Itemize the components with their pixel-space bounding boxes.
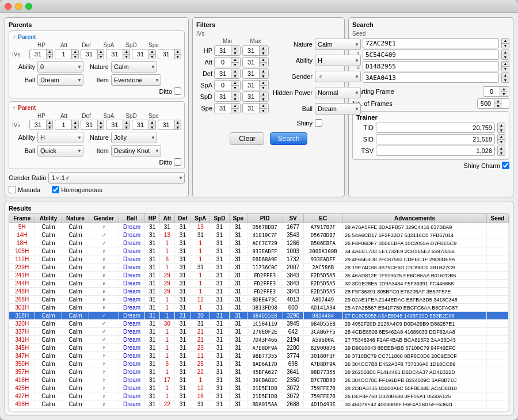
filter-gender-select[interactable]: ♂♀Any [315,71,361,82]
filter-spe-max[interactable]: ▲▼ [242,103,269,113]
female-ditto-checkbox[interactable] [174,158,181,166]
search-button[interactable]: Search [270,132,307,145]
filter-att-min[interactable]: ▲▼ [214,57,241,67]
homogeneous-checkbox-label[interactable]: Homogeneous [52,186,102,193]
tid-input[interactable] [376,123,495,133]
male-spe-spinner[interactable]: ▲▼ [158,49,182,59]
table-row[interactable]: 427H Calm Calm ♀ Dream 31 1 31 16 31 31 … [9,392,509,400]
male-spa-spinner[interactable]: ▲▼ [106,49,130,59]
filter-spe-min[interactable]: ▲▼ [214,103,241,113]
female-spe-spinner[interactable]: ▲▼ [158,120,182,130]
male-ability-select-wrap[interactable]: 01H ▼ [37,61,83,72]
tsv-input[interactable] [376,146,495,156]
table-row[interactable]: 18H Calm Calm ♂ Dream 31 1 31 1 31 31 AC… [9,239,509,247]
male-item-select[interactable]: EverstoneDestiny Knot [111,74,161,86]
table-row[interactable]: 244H Calm Calm ♀ Dream 31 29 31 1 31 31 … [9,280,509,288]
tsv-spinner[interactable]: ▲▼ [497,146,505,156]
female-ability-select-wrap[interactable]: H01 ▼ [37,132,83,143]
seed-input-2[interactable] [363,61,499,71]
female-nature-select[interactable]: JollyCalm [111,132,157,143]
filter-spd-min[interactable]: ▲▼ [214,91,241,102]
filter-hp-min[interactable]: ▲▼ [214,45,241,56]
homogeneous-checkbox[interactable] [52,186,59,193]
male-att-spinner[interactable]: ▲▼ [55,49,79,59]
maximize-button[interactable] [25,3,32,10]
filter-def-min[interactable]: ▲▼ [214,68,241,79]
male-ball-select-wrap[interactable]: DreamQuick ▼ [37,74,83,86]
filter-nature-select-wrap[interactable]: CalmJollyAny ▼ [315,39,361,50]
filter-hp-type-select[interactable]: NormalFireWater [315,87,361,98]
table-row[interactable]: 5H Calm Calm ♀ Dream 31 31 31 13 31 31 D… [9,223,509,231]
filter-spd-max[interactable]: ▲▼ [242,91,269,102]
table-row[interactable]: 241H Calm Calm ♀ Dream 31 29 31 1 31 31 … [9,272,509,280]
filter-def-max[interactable]: ▲▼ [242,68,269,79]
tid-spinner[interactable]: ▲▼ [497,123,505,133]
female-item-select[interactable]: Destiny KnotEverstone [111,145,161,156]
masuda-checkbox-label[interactable]: Masuda [9,186,40,193]
table-row[interactable]: 14H Calm Calm ♂ Dream 31 13 31 31 31 31 … [9,231,509,239]
female-nature-select-wrap[interactable]: JollyCalm ▼ [111,132,157,143]
male-ditto-checkbox[interactable] [174,87,181,95]
clear-button[interactable]: Clear [230,132,264,145]
female-att-spinner[interactable]: ▲▼ [55,120,79,130]
seed-input-1[interactable] [363,49,499,60]
seed-input-0[interactable] [363,38,499,48]
gender-ratio-select-wrap[interactable]: 1♀:1♂ 3♀:1♂ 1♀:3♂ ▼ [48,172,185,184]
filter-att-max[interactable]: ▲▼ [242,57,269,67]
table-row[interactable]: 347H Calm Calm ♀ Dream 31 1 31 11 31 31 … [9,352,509,360]
table-row[interactable]: 357H Calm Calm ♀ Dream 31 1 31 22 31 31 … [9,368,509,376]
filter-nature-select[interactable]: CalmJollyAny [315,39,361,50]
table-row[interactable]: 112H Calm Calm ♀ Dream 31 6 31 1 31 31 E… [9,255,509,264]
shiny-charm-checkbox[interactable] [502,162,509,169]
male-ball-select[interactable]: DreamQuick [37,74,83,86]
filter-spa-max[interactable]: ▲▼ [242,80,269,90]
table-row[interactable]: 248H Calm Calm ♀ Dream 31 29 31 1 31 31 … [9,288,509,296]
male-hp-spinner[interactable]: ▲▼ [29,49,54,59]
seed-spinner-1[interactable]: ▲▼ [501,49,509,60]
table-row[interactable]: 239H Calm Calm ♀ Dream 31 1 31 31 31 31 … [9,264,509,272]
seed-spinner-2[interactable]: ▲▼ [501,61,509,71]
num-frames-spinner[interactable]: ▲▼ [477,98,509,109]
table-row[interactable]: 105H Calm Calm ♀ Dream 31 1 31 1 31 31 9… [9,247,509,255]
female-ball-select-wrap[interactable]: QuickDream ▼ [37,145,83,156]
male-nature-select-wrap[interactable]: CalmJolly ▼ [111,61,157,72]
male-nature-select[interactable]: CalmJolly [111,61,157,72]
filter-ball-select[interactable]: DreamQuickAny [315,103,361,114]
table-row[interactable]: 350H Calm Calm ♀ Dream 31 6 31 25 31 31 … [9,360,509,368]
seed-spinner-0[interactable]: ▲▼ [501,38,509,48]
filter-ability-select-wrap[interactable]: H01Any ▼ [315,55,361,66]
filter-shiny-checkbox[interactable] [315,119,322,127]
table-row[interactable]: 416H Calm Calm ♀ Dream 31 17 31 1 31 31 … [9,376,509,384]
gender-ratio-select[interactable]: 1♀:1♂ 3♀:1♂ 1♀:3♂ [48,172,185,184]
female-item-select-wrap[interactable]: Destiny KnotEverstone ▼ [111,145,161,156]
table-row[interactable]: 498H Calm Calm ♀ Dream 31 22 31 31 31 31… [9,400,509,408]
table-row[interactable]: 341H Calm Calm ♂ Dream 31 1 31 21 31 31 … [9,336,509,344]
table-row[interactable]: 345H Calm Calm ♀ Dream 31 1 31 23 31 31 … [9,344,509,352]
seed-spinner-3[interactable]: ▲▼ [501,72,509,83]
table-row[interactable]: 318H Calm Calm ♂ Dream 31 1 31 30 31 31 … [9,312,509,320]
minimize-button[interactable] [15,3,22,10]
sid-input[interactable] [376,134,495,144]
filter-ball-select-wrap[interactable]: DreamQuickAny ▼ [315,103,361,114]
male-def-spinner[interactable]: ▲▼ [81,49,105,59]
female-spd-spinner[interactable]: ▲▼ [132,120,156,130]
female-ball-select[interactable]: QuickDream [37,145,83,156]
filter-ability-select[interactable]: H01Any [315,55,361,66]
male-item-select-wrap[interactable]: EverstoneDestiny Knot ▼ [111,74,161,86]
female-hp-spinner[interactable]: ▲▼ [29,120,54,130]
seed-input-3[interactable] [363,72,499,83]
male-spd-spinner[interactable]: ▲▼ [132,49,156,59]
female-spa-spinner[interactable]: ▲▼ [106,120,130,130]
results-table-container[interactable]: Frame Ability Nature Gender Ball HP Att … [9,213,509,411]
table-row[interactable]: 337H Calm Calm ♂ Dream 31 1 31 21 31 31 … [9,328,509,336]
filter-gender-select-wrap[interactable]: ♂♀Any ▼ [315,71,361,82]
sid-spinner[interactable]: ▲▼ [497,134,505,144]
starting-frame-spinner[interactable]: ▲▼ [483,86,509,97]
male-ability-select[interactable]: 01H [37,61,83,72]
filter-spa-min[interactable]: ▲▼ [214,80,241,90]
table-row[interactable]: 425H Calm Calm ♀ Dream 31 1 31 12 31 31 … [9,384,509,392]
table-row[interactable]: 301H Calm Calm ♀ Dream 31 1 31 1 31 31 D… [9,304,509,312]
table-row[interactable]: 268H Calm Calm ♀ Dream 31 1 31 12 31 31 … [9,296,509,304]
table-row[interactable]: 320H Calm Calm ♂ Dream 31 30 31 31 31 31… [9,320,509,328]
female-def-spinner[interactable]: ▲▼ [81,120,105,130]
